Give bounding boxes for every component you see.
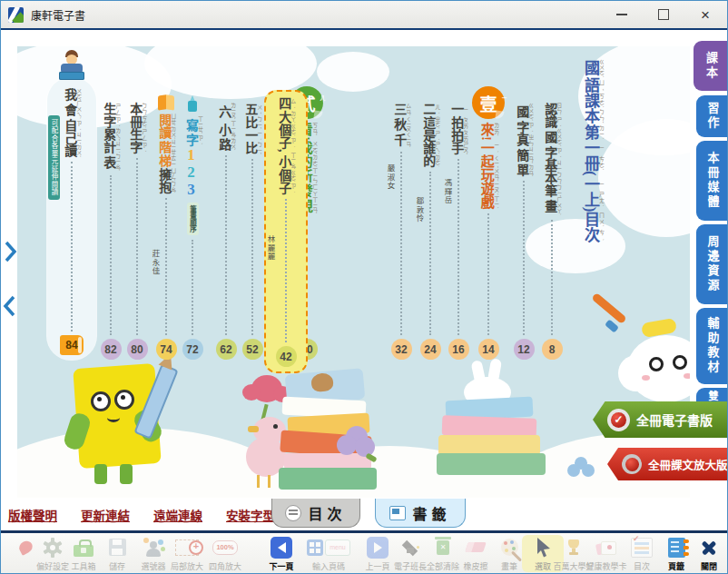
bottom-tab-toc[interactable]: 目次 — [271, 499, 360, 528]
toc-item-intro1[interactable]: 認ㄖㄣˋ識ㄕˋ國ㄍㄨㄛˊ字ㄗˋ基ㄐㄧ本ㄅㄣˇ筆ㄅㄧˇ畫ㄏㄨㄚˋ8 — [536, 103, 567, 360]
toolbar-corner-zoom[interactable]: 100%四角放大 — [204, 535, 246, 572]
full-ebook-version-button[interactable]: ✓ 全冊電子書版 — [593, 401, 728, 438]
save-icon — [104, 535, 130, 559]
toc-item-words[interactable]: 本ㄅㄣˇ冊ㄘㄜˋ生ㄕㄥ字ㄗˋ80 — [122, 103, 152, 360]
page-back-chevron-icon[interactable] — [3, 295, 16, 317]
number-picker-icon — [141, 535, 166, 559]
toolbar-partial-zoom[interactable]: +局部放大 — [166, 535, 208, 572]
bottom-tab-label: 書籤 — [412, 502, 450, 524]
side-tab-label: 輔助教材 — [704, 317, 722, 375]
book-page: 國ㄍㄨㄛˊ語ㄩˇ課ㄎㄜˋ本ㄅㄣˇ第ㄉㄧˋ一ㄧ冊ㄘㄜˋ(一ㄧ上ㄕㄤˋ)目ㄇㄨˋ次ㄘ… — [17, 46, 690, 498]
reading-child-icon — [59, 50, 84, 81]
window-controls: × — [613, 5, 728, 24]
check-badge-icon: ✓ — [607, 409, 630, 431]
eraser-icon — [463, 535, 488, 559]
page-number-badge[interactable]: 14 — [478, 339, 499, 360]
side-tab-textbook[interactable]: 課本 — [694, 41, 728, 91]
side-tab-label: 課本 — [703, 52, 720, 81]
open-book-icon — [158, 95, 174, 110]
banner-label: 全冊課文放大版 — [648, 456, 728, 473]
toc-item-lesson1[interactable]: 一ㄧ拍ㄆㄞ拍ㄆㄞ手ㄕㄡˇ16馮輝岳 — [443, 103, 474, 360]
side-tab-label: 周邊資源 — [704, 235, 722, 293]
teaching-cards-icon — [594, 535, 619, 559]
next-page-icon — [269, 535, 294, 559]
record-badge-icon — [622, 454, 642, 474]
clear-all-icon: ✕ — [430, 535, 456, 559]
page-number-badge[interactable]: 32 — [391, 339, 412, 360]
page-number-badge[interactable]: 8 — [542, 339, 563, 360]
partial-zoom-icon: + — [174, 535, 200, 559]
class-leader-icon — [398, 535, 423, 559]
toc-title: 國ㄍㄨㄛˊ語ㄩˇ課ㄎㄜˋ本ㄅㄣˇ第ㄉㄧˋ一ㄧ冊ㄘㄜˋ(一ㄧ上ㄕㄤˋ)目ㄇㄨˋ次ㄘ… — [572, 59, 614, 242]
banner-label: 全冊電子書版 — [636, 411, 713, 429]
page-number-badge[interactable]: 80 — [127, 339, 148, 360]
bottom-tab-label: 目次 — [308, 502, 346, 524]
unit-badge: 壹ㄧ — [472, 86, 505, 119]
select-cursor-icon — [530, 535, 556, 559]
toc-item-writing[interactable]: 寫ㄒㄧㄝˇ字ㄗˋ123筆畫順序72 — [177, 95, 208, 360]
copyright-link[interactable]: 版權聲明 — [8, 506, 57, 524]
toolbar-close[interactable]: 關閉 — [688, 535, 728, 572]
bottom-tab-bookmark[interactable]: 書籤 — [375, 499, 466, 528]
side-tab-peripheral-resources[interactable]: 周邊資源 — [696, 224, 728, 304]
window-title: 康軒電子書 — [31, 7, 85, 23]
toc-tab-icon — [285, 505, 301, 521]
page-tabs-icon — [664, 535, 689, 559]
toc-list-icon — [629, 535, 654, 559]
toc-item-cumul[interactable]: 生ㄕㄥ字ㄗˋ累ㄌㄟˇ計ㄐㄧˋ表ㄅㄧㄠˇ82 — [95, 103, 126, 360]
title-bar: 康軒電子書 × — [1, 1, 728, 30]
install-font-link[interactable]: 安裝字型 — [226, 506, 275, 524]
page-number-badge[interactable]: 16 — [448, 339, 469, 360]
crayon-icon — [186, 95, 199, 114]
toolbox-icon — [71, 535, 96, 559]
gear-icon — [40, 535, 65, 559]
toc-item-selfread[interactable]: 可配合各單元延伸閱讀我ㄨㄛˇ會ㄏㄨㄟˋ自ㄗˋ己ㄐㄧˇ讀ㄉㄨˊ84 — [47, 77, 96, 360]
minimize-icon[interactable] — [613, 5, 631, 24]
toc-item-lesson4[interactable]: 四ㄙˋ大ㄉㄚˋ個ㄍㄜˋ子ㄗ˙,小ㄒㄧㄠˇ個ㄍㄜˋ子ㄗ˙42林麗麗 — [264, 90, 308, 373]
page-number-badge[interactable]: 52 — [242, 339, 263, 360]
remote-connection-link[interactable]: 遠端連線 — [153, 506, 202, 524]
page-number-badge[interactable]: 42 — [276, 346, 297, 367]
stroke-order-chip: 筆畫順序 — [187, 203, 199, 235]
page-number-badge[interactable]: 72 — [182, 339, 203, 360]
toc-item-unit1[interactable]: 壹ㄧ來ㄌㄞˊ!一ㄧˋ起ㄑㄧˇ玩ㄨㄢˊ遊ㄧㄡˊ戲ㄒㄧˋ14 — [470, 86, 507, 360]
page-number-badge[interactable]: 62 — [216, 339, 237, 360]
table-of-contents: 國ㄍㄨㄛˊ語ㄩˇ課ㄎㄜˋ本ㄅㄣˇ第ㄉㄧˋ一ㄧ冊ㄘㄜˋ(一ㄧ上ㄕㄤˋ)目ㄇㄨˋ次ㄘ… — [17, 46, 690, 498]
app-logo-icon — [8, 7, 24, 23]
update-link[interactable]: 更新連結 — [81, 506, 130, 524]
side-tab-auxiliary-materials[interactable]: 輔助教材 — [696, 308, 728, 384]
close-icon[interactable]: × — [696, 5, 714, 24]
page-number-badge[interactable]: 82 — [101, 339, 122, 360]
close-x-icon — [696, 535, 722, 559]
trophy-icon — [561, 535, 586, 559]
full-text-enlarged-version-button[interactable]: 全冊課文放大版 — [607, 448, 728, 480]
page-forward-chevron-icon[interactable] — [4, 241, 17, 262]
side-tab-workbook[interactable]: 習作 — [696, 95, 728, 137]
note-chip: 可配合各單元延伸閱讀 — [48, 115, 60, 200]
bottom-toolbar: 偏好設定 工具箱 儲存 選號器 +局部放大 100%四角放大 下一頁 menu輸… — [1, 533, 728, 574]
page-number-badge[interactable]: 12 — [514, 339, 535, 360]
page-number-input-icon: menu — [306, 535, 351, 559]
maximize-icon[interactable] — [654, 5, 673, 24]
app-window: { "window": {"title": "康軒電子書", "controls… — [0, 0, 728, 574]
page-number-badge[interactable]: 24 — [420, 339, 441, 360]
toc-item-lesson6[interactable]: 六ㄌㄧㄡˋ小ㄒㄧㄠˇ路ㄌㄨˋ62 — [211, 103, 241, 360]
page-number-book-badge[interactable]: 84 — [60, 335, 84, 355]
toc-item-intro2[interactable]: 國ㄍㄨㄛˊ字ㄗˋ真ㄓㄣ簡ㄐㄧㄢˇ單ㄉㄢ12 — [508, 103, 539, 360]
toc-item-lesson5[interactable]: 五ㄨˇ比ㄅㄧˇ一ㄧˋ比ㄅㄧˇ52 — [237, 103, 268, 360]
toc-item-lesson2[interactable]: 二ㄦˋ這ㄓㄜˋ是ㄕˋ誰ㄕㄟˊ的ㄉㄜ˙24鄒敦怜 — [415, 103, 446, 360]
side-tab-label: 本冊媒體 — [704, 152, 722, 210]
toolbar-page-number-input[interactable]: menu輸入頁碼 — [302, 535, 355, 572]
side-tab-label: 習作 — [704, 102, 722, 131]
prev-page-icon — [365, 535, 390, 559]
toc-item-reading[interactable]: 閱ㄩㄝˋ讀ㄉㄨˊ階ㄐㄧㄝ梯ㄊㄧ擁ㄩㄥˇ抱ㄅㄠˋ74莊永佳 — [151, 95, 182, 360]
toc-item-lesson3[interactable]: 三ㄙㄢ秋ㄑㄧㄡ千ㄑㄧㄢ32嚴淑女 — [386, 103, 417, 360]
side-tab-volume-media[interactable]: 本冊媒體 — [696, 141, 728, 221]
corner-zoom-icon: 100% — [212, 535, 238, 559]
author-name: 嚴淑女 — [385, 164, 396, 191]
page-number-badge[interactable]: 74 — [156, 339, 177, 360]
toolbar-next-page[interactable]: 下一頁 — [261, 535, 302, 572]
paintbrush-icon — [497, 535, 522, 559]
bookmark-tab-icon — [389, 506, 406, 520]
